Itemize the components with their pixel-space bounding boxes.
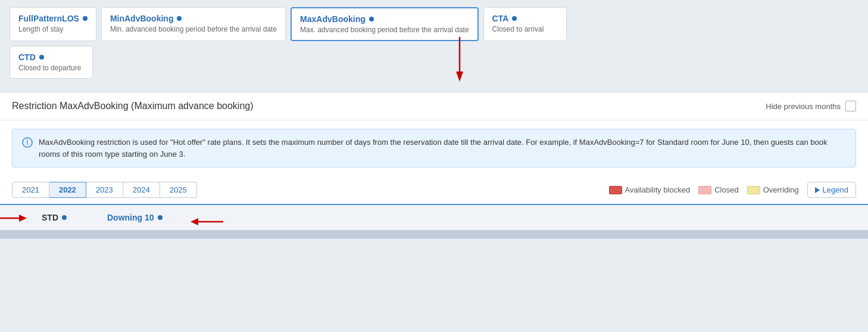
- legend-overriding-label: Overriding: [763, 185, 799, 194]
- card-cta-subtitle: Closed to arrival: [492, 25, 558, 33]
- main-section: Restriction MaxAdvBooking (Maximum advan…: [0, 92, 868, 239]
- std-dot: [62, 215, 67, 220]
- year-tab-2025[interactable]: 2025: [160, 182, 197, 198]
- legend-overriding-swatch: [747, 186, 760, 194]
- year-tabs-row: 2021 2022 2023 2024 2025 Availability bl…: [0, 176, 868, 204]
- card-cta-title: CTA: [492, 14, 558, 23]
- info-icon: i: [22, 137, 33, 148]
- card-maxadv[interactable]: MaxAdvBooking Max. advanced booking peri…: [291, 7, 479, 41]
- legend-blocked-label: Availability blocked: [625, 185, 691, 194]
- section-title: Restriction MaxAdvBooking (Maximum advan…: [12, 101, 254, 111]
- legend-blocked-swatch: [609, 186, 622, 194]
- card-cta[interactable]: CTA Closed to arrival: [483, 7, 567, 41]
- bottom-strip-inner: [0, 230, 868, 238]
- svg-marker-5: [191, 218, 198, 225]
- year-tab-2021[interactable]: 2021: [12, 182, 49, 198]
- card-ctd-subtitle: Closed to departure: [18, 64, 84, 72]
- bottom-row: STD Downing 10: [0, 204, 868, 230]
- card-fullpatternlos-title: FullPatternLOS: [18, 14, 88, 23]
- section-header: Restriction MaxAdvBooking (Maximum advan…: [0, 92, 868, 120]
- card-fullpatternlos-dot: [83, 16, 88, 21]
- card-maxadv-dot: [369, 17, 374, 21]
- card-fullpatternlos-subtitle: Length of stay: [18, 25, 88, 33]
- card-minadv-title: MinAdvBooking: [110, 14, 277, 23]
- red-arrow-room-icon: [185, 213, 226, 231]
- legend-button[interactable]: Legend: [807, 182, 856, 198]
- info-text: MaxAdvBooking restriction is used for "H…: [39, 136, 846, 160]
- year-tab-2023[interactable]: 2023: [86, 182, 123, 198]
- card-maxadv-title: MaxAdvBooking: [300, 14, 469, 24]
- legend-closed-swatch: [698, 186, 711, 194]
- legend-closed: Closed: [698, 185, 738, 194]
- svg-marker-3: [19, 215, 27, 222]
- room-label: Downing 10: [107, 213, 163, 222]
- card-cta-dot: [512, 16, 517, 21]
- legend-button-label: Legend: [823, 185, 848, 194]
- card-minadv-subtitle: Min. advanced booking period before the …: [110, 25, 277, 33]
- legend-area: Availability blocked Closed Overriding L…: [609, 182, 856, 198]
- card-minadv[interactable]: MinAdvBooking Min. advanced booking peri…: [101, 7, 286, 41]
- card-minadv-dot: [177, 16, 182, 21]
- red-arrow-std-icon: [0, 209, 30, 227]
- bottom-strip: [0, 230, 868, 238]
- hide-previous-checkbox[interactable]: [845, 101, 856, 111]
- legend-overriding: Overriding: [747, 185, 799, 194]
- legend-play-icon: [815, 187, 820, 193]
- hide-previous-container: Hide previous months: [766, 101, 856, 111]
- std-label: STD: [42, 213, 89, 222]
- room-dot: [158, 215, 163, 220]
- legend-availability-blocked: Availability blocked: [609, 185, 691, 194]
- year-tabs: 2021 2022 2023 2024 2025: [12, 182, 197, 198]
- card-ctd[interactable]: CTD Closed to departure: [10, 46, 93, 79]
- card-maxadv-subtitle: Max. advanced booking period before the …: [300, 26, 469, 34]
- card-row: FullPatternLOS Length of stay MinAdvBook…: [0, 0, 868, 86]
- info-box: i MaxAdvBooking restriction is used for …: [12, 129, 856, 167]
- year-tab-2024[interactable]: 2024: [123, 182, 160, 198]
- year-tab-2022[interactable]: 2022: [49, 182, 86, 198]
- card-fullpatternlos[interactable]: FullPatternLOS Length of stay: [10, 7, 96, 41]
- card-ctd-title: CTD: [18, 52, 84, 62]
- card-ctd-dot: [39, 55, 44, 60]
- hide-previous-label: Hide previous months: [766, 102, 841, 111]
- legend-closed-label: Closed: [714, 185, 738, 194]
